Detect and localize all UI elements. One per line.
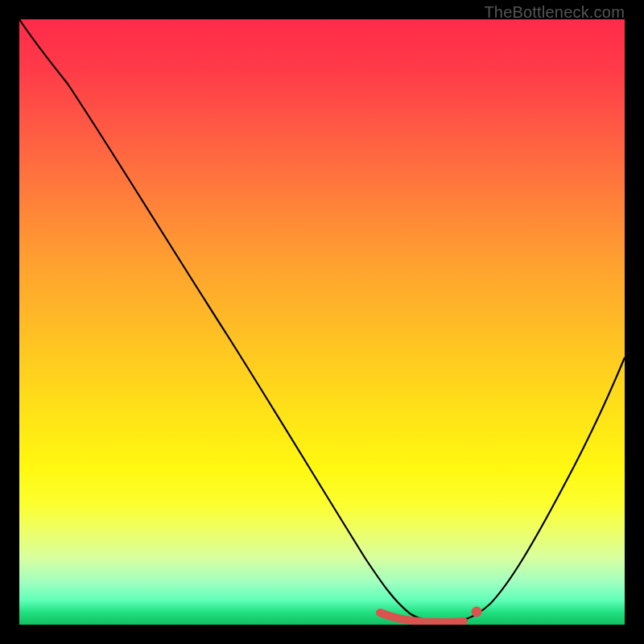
curve-path xyxy=(19,19,625,622)
red-marker-dot xyxy=(472,607,482,617)
watermark-text: TheBottleneck.com xyxy=(484,3,625,22)
bottleneck-curve-chart xyxy=(19,19,625,625)
red-optimal-segment xyxy=(380,613,464,622)
